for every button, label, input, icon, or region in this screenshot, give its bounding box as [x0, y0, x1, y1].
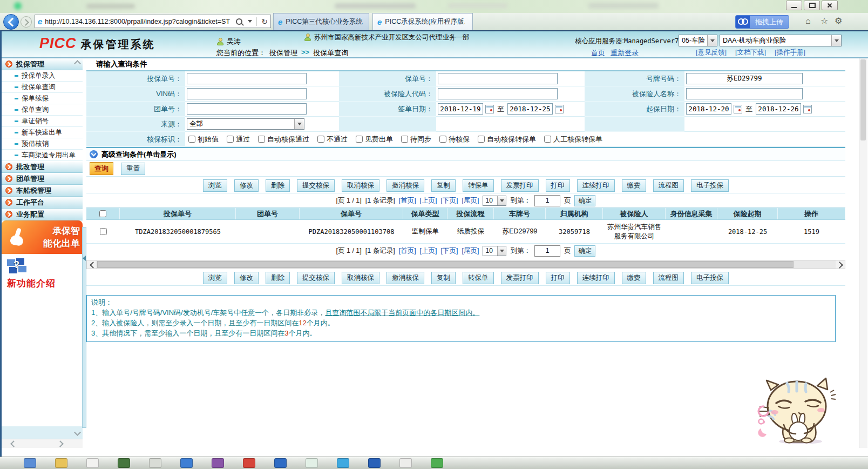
select-all-checkbox[interactable] — [99, 210, 106, 217]
minimize-button[interactable] — [786, 1, 802, 10]
toolbar-button[interactable]: 撤消核保 — [386, 179, 424, 192]
sidebar-section-proposal-mgmt[interactable]: 投保管理 — [2, 58, 83, 70]
plate-no-input[interactable] — [686, 73, 803, 84]
toolbar-button[interactable]: 浏览 — [203, 179, 227, 192]
sidebar-section[interactable]: 业务配置 — [2, 209, 83, 220]
scroll-left-icon[interactable] — [10, 440, 17, 447]
scroll-right-icon[interactable] — [57, 440, 64, 447]
first-page-link[interactable]: [首页] — [399, 196, 416, 205]
vin-input[interactable] — [187, 88, 307, 99]
uw-flag-option[interactable]: 人工核保转保单 — [544, 135, 602, 144]
browser-tab-core-system[interactable]: PICC第三代核心业务系统 — [273, 13, 369, 30]
taskbar-app-icon[interactable] — [399, 458, 412, 468]
sidebar-item[interactable]: 单证销号 — [2, 116, 83, 127]
query-button[interactable]: 查询 — [90, 162, 113, 175]
toolbar-button[interactable]: 删除 — [266, 272, 290, 284]
next-page-link[interactable]: [下页] — [441, 246, 458, 256]
taskbar-app-icon[interactable] — [306, 458, 318, 468]
product-select[interactable]: DAA-机动车商业保险 — [720, 35, 842, 46]
goto-confirm-button[interactable]: 确定 — [574, 245, 595, 257]
back-button[interactable] — [3, 14, 19, 30]
home-link[interactable]: 首页 — [591, 48, 605, 58]
uw-flag-option[interactable]: 通过 — [227, 135, 250, 144]
source-select[interactable]: 全部 — [187, 118, 304, 130]
sidebar-section[interactable]: 车船税管理 — [2, 185, 83, 197]
taskbar-app-icon[interactable] — [24, 458, 36, 468]
uw-flag-checkbox[interactable] — [317, 136, 324, 143]
calendar-icon[interactable] — [555, 105, 564, 113]
sidebar-item[interactable]: 保单续保 — [2, 93, 83, 104]
sidebar-item[interactable]: 投保单查询 — [2, 82, 83, 93]
toolbar-button[interactable]: 浏览 — [203, 272, 227, 284]
toolbar-button[interactable]: 连续打印 — [577, 272, 615, 284]
sidebar-section[interactable]: 工作平台 — [2, 197, 83, 209]
uw-flag-option[interactable]: 不通过 — [317, 135, 348, 144]
policy-no-input[interactable] — [438, 73, 558, 84]
first-page-link[interactable]: [首页] — [399, 246, 416, 256]
uw-flag-checkbox[interactable] — [401, 136, 408, 143]
taskbar-app-icon[interactable] — [118, 458, 130, 468]
toolbar-button[interactable]: 流程图 — [653, 272, 684, 284]
uw-flag-checkbox[interactable] — [439, 136, 446, 143]
advanced-query-toggle[interactable]: 高级查询条件(单击显示) — [86, 147, 845, 161]
uw-flag-checkbox[interactable] — [227, 136, 234, 143]
taskbar-app-icon[interactable] — [274, 458, 287, 468]
insured-code-input[interactable] — [438, 88, 558, 99]
insured-name-input[interactable] — [686, 88, 803, 99]
manual-link[interactable]: [操作手册] — [775, 48, 805, 57]
start-date-to-input[interactable] — [756, 103, 801, 115]
taskbar-app-icon[interactable] — [368, 458, 381, 468]
search-icon[interactable] — [236, 18, 242, 25]
start-date-from-input[interactable] — [686, 103, 731, 115]
chevron-down-icon[interactable] — [497, 196, 506, 205]
scroll-right-button[interactable] — [836, 260, 845, 269]
uw-flag-checkbox[interactable] — [356, 136, 363, 143]
calendar-icon[interactable] — [485, 105, 494, 113]
favorites-star-icon[interactable] — [820, 17, 828, 25]
close-window-button[interactable] — [822, 1, 838, 10]
toolbar-button[interactable]: 复制 — [431, 272, 456, 284]
content-vertical-scrollbar[interactable] — [859, 58, 867, 448]
sidebar-collapse-handle[interactable] — [82, 227, 86, 428]
taskbar-app-icon[interactable] — [55, 458, 67, 468]
toolbar-button[interactable]: 修改 — [234, 272, 259, 284]
taskbar-app-icon[interactable] — [431, 458, 443, 468]
group-no-input[interactable] — [187, 103, 307, 115]
drag-upload-button[interactable]: 拖拽上传 — [735, 15, 789, 29]
toolbar-button[interactable]: 打印 — [546, 272, 570, 284]
prev-page-link[interactable]: [上页] — [420, 196, 437, 205]
table-horizontal-scrollbar[interactable] — [86, 260, 845, 269]
toolbar-button[interactable]: 发票打印 — [501, 179, 539, 192]
address-dropdown-icon[interactable] — [248, 20, 252, 23]
uw-flag-option[interactable]: 待核保 — [439, 135, 470, 144]
goto-page-input[interactable] — [534, 245, 560, 257]
uw-flag-checkbox[interactable] — [188, 136, 195, 143]
sidebar-item[interactable]: 预借核销 — [2, 138, 83, 150]
docs-download-link[interactable]: [文档下载] — [735, 48, 766, 57]
maximize-button[interactable] — [804, 1, 820, 10]
new-feature-banner[interactable]: ? 新功能介绍 — [2, 254, 83, 290]
toolbar-button[interactable]: 电子投保 — [691, 179, 729, 192]
results-table-row[interactable]: TDZA201832050001879565 PDZA2018320500011… — [86, 220, 845, 244]
sidebar-item[interactable]: 新车快速出单 — [2, 127, 83, 138]
scroll-left-button[interactable] — [87, 260, 96, 269]
forward-button[interactable] — [21, 16, 32, 28]
feedback-link[interactable]: [意见反馈] — [696, 48, 727, 57]
proposal-no-input[interactable] — [187, 73, 307, 84]
page-size-select[interactable]: 10 — [483, 246, 506, 256]
scrollbar-thumb[interactable] — [97, 261, 794, 268]
chevron-down-icon[interactable] — [707, 35, 717, 46]
chevron-down-icon[interactable] — [294, 119, 304, 129]
toolbar-button[interactable]: 缴费 — [622, 179, 646, 192]
toolbar-button[interactable]: 撤消核保 — [386, 272, 424, 284]
goto-confirm-button[interactable]: 确定 — [574, 195, 595, 206]
taskbar-app-icon[interactable] — [180, 458, 193, 468]
sidebar-item[interactable]: 车商渠道专用出单 — [2, 150, 83, 161]
sidebar-item[interactable]: 投保单录入 — [2, 70, 83, 82]
toolbar-button[interactable]: 缴费 — [622, 272, 646, 284]
sidebar-item[interactable]: 保单查询 — [2, 104, 83, 116]
chevron-down-icon[interactable] — [497, 246, 506, 256]
scrollbar-thumb[interactable] — [860, 59, 866, 140]
toolbar-button[interactable]: 发票打印 — [501, 272, 539, 284]
line-of-business-select[interactable]: 05-车险 — [679, 35, 717, 46]
